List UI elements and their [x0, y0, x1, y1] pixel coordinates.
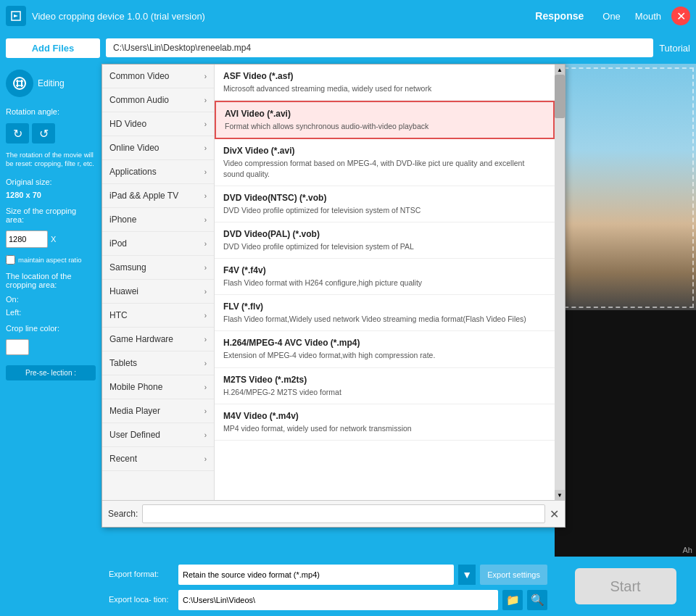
category-item-recent[interactable]: Recent› [102, 447, 214, 471]
format-item-asf[interactable]: ASF Video (*.asf)Microsoft advanced stre… [215, 64, 555, 101]
category-item-tablets[interactable]: Tablets› [102, 351, 214, 375]
crop-size-row: X [6, 230, 96, 248]
maintain-aspect-label: maintain aspect ratio [18, 256, 82, 264]
start-button-area: Start [555, 557, 696, 616]
export-location-row: Export loca- tion: 📁 🔍 [109, 590, 547, 610]
x-separator: X [51, 235, 56, 244]
category-item-applications[interactable]: Applications› [102, 160, 214, 184]
category-item-common-video[interactable]: Common Video› [102, 64, 214, 88]
category-item-ipod[interactable]: iPod› [102, 232, 214, 256]
search-folder-button[interactable]: 🔍 [527, 590, 547, 610]
format-item-divx[interactable]: DivX Video (*.avi)Video compression form… [215, 139, 555, 186]
rotate-right-button[interactable]: ↻ [6, 123, 29, 143]
overlay-search-bar: Search: ✕ [102, 500, 565, 527]
category-item-huawei[interactable]: Huawei› [102, 280, 214, 304]
format-item-dvd-ntsc[interactable]: DVD Video(NTSC) (*.vob)DVD Video profile… [215, 186, 555, 222]
right-side: Ah Start [555, 64, 696, 616]
svg-point-0 [14, 78, 25, 89]
preset-button[interactable]: Pre-se- lection : [6, 365, 96, 380]
crop-size-label: Size of the cropping area: [6, 207, 96, 224]
scroll-down-arrow[interactable]: ▼ [555, 490, 565, 500]
on-label: On: [6, 295, 96, 304]
app-title: Video cropping device 1.0.0 (trial versi… [32, 11, 205, 22]
rotation-buttons: ↻ ↺ [6, 123, 96, 143]
original-size-label: Original size: [6, 178, 96, 186]
left-panel: Editing Rotation angle: ↻ ↺ The rotation… [0, 64, 102, 616]
category-item-mobile-phone[interactable]: Mobile Phone› [102, 375, 214, 399]
export-format-label: Export format: [109, 570, 174, 579]
export-location-input[interactable] [178, 590, 498, 610]
category-item-hd-video[interactable]: HD Video› [102, 112, 214, 136]
preview-top-image [555, 64, 696, 310]
scroll-up-arrow[interactable]: ▲ [555, 64, 565, 75]
search-label: Search: [108, 509, 138, 519]
rotation-notice: The rotation of the movie will be reset:… [6, 151, 96, 169]
file-path-input[interactable] [106, 38, 653, 57]
format-overlay-inner: Common Video›Common Audio›HD Video›Onlin… [102, 64, 565, 500]
export-settings-button[interactable]: Export settings [480, 565, 547, 585]
editing-header: Editing [6, 70, 96, 97]
start-button[interactable]: Start [575, 568, 676, 604]
format-items-area: ASF Video (*.asf)Microsoft advanced stre… [215, 64, 555, 500]
format-item-m4v[interactable]: M4V Video (*.m4v)MP4 video format, widel… [215, 404, 555, 441]
toolbar: Add Files Tutorial [0, 32, 696, 64]
original-size-value: 1280 x 70 [6, 191, 96, 199]
search-close-button[interactable]: ✕ [550, 507, 559, 521]
category-item-common-audio[interactable]: Common Audio› [102, 88, 214, 112]
crop-width-input[interactable] [6, 230, 48, 248]
format-category-list: Common Video›Common Audio›HD Video›Onlin… [102, 64, 215, 500]
format-scrollbar[interactable]: ▲ ▼ [555, 64, 565, 500]
one-button[interactable]: One [598, 9, 625, 23]
app-logo [6, 6, 26, 26]
preview-bottom-image [555, 310, 696, 557]
export-format-dropdown[interactable]: ▼ [458, 565, 476, 585]
export-format-row: Export format: ▼ Export settings [109, 565, 547, 585]
category-item-ipad-apple-tv[interactable]: iPad && Apple TV› [102, 184, 214, 208]
maintain-aspect-row: maintain aspect ratio [6, 255, 96, 265]
mouth-button[interactable]: Mouth [631, 9, 666, 23]
category-item-iphone[interactable]: iPhone› [102, 208, 214, 232]
format-overlay: Common Video›Common Audio›HD Video›Onlin… [102, 64, 566, 528]
category-item-htc[interactable]: HTC› [102, 304, 214, 328]
location-label: The location of the cropping area: [6, 272, 96, 289]
title-bar-right: Response One Mouth ✕ [535, 7, 690, 25]
folder-button[interactable]: 📁 [502, 590, 523, 610]
title-bar: Video cropping device 1.0.0 (trial versi… [0, 0, 696, 32]
close-button[interactable]: ✕ [671, 7, 690, 25]
crop-dashed-border [557, 67, 694, 308]
rotation-label: Rotation angle: [6, 107, 96, 116]
rotate-left-button[interactable]: ↺ [32, 123, 55, 143]
add-files-button[interactable]: Add Files [6, 38, 100, 58]
editing-label: Editing [38, 78, 65, 88]
category-item-samsung[interactable]: Samsung› [102, 256, 214, 280]
category-item-user-defined[interactable]: User Defined› [102, 423, 214, 447]
export-format-input[interactable] [178, 565, 454, 585]
category-item-media-player[interactable]: Media Player› [102, 399, 214, 423]
maintain-aspect-checkbox[interactable] [6, 255, 15, 265]
preview-container: Ah [555, 64, 696, 557]
title-bar-left: Video cropping device 1.0.0 (trial versi… [6, 6, 205, 26]
ah-label: Ah [683, 546, 692, 554]
category-item-online-video[interactable]: Online Video› [102, 136, 214, 160]
search-input[interactable] [142, 504, 545, 523]
response-label: Response [535, 10, 584, 22]
color-swatch[interactable] [6, 339, 29, 355]
category-item-game-hardware[interactable]: Game Hardware› [102, 328, 214, 351]
main-layout: Editing Rotation angle: ↻ ↺ The rotation… [0, 64, 696, 616]
tutorial-button[interactable]: Tutorial [659, 43, 690, 54]
scroll-track [555, 75, 565, 490]
format-item-dvd-pal[interactable]: DVD Video(PAL) (*.vob)DVD Video profile … [215, 222, 555, 259]
format-item-h264[interactable]: H.264/MPEG-4 AVC Video (*.mp4)Extension … [215, 331, 555, 367]
scroll-thumb[interactable] [555, 75, 565, 118]
editing-icon [6, 70, 33, 97]
format-item-m2ts[interactable]: M2TS Video (*.m2ts)H.264/MPEG-2 M2TS vid… [215, 368, 555, 404]
left-label: Left: [6, 308, 96, 317]
crop-color-label: Crop line color: [6, 324, 96, 333]
format-item-flv[interactable]: FLV (*.flv)Flash Video format,Widely use… [215, 295, 555, 331]
export-location-label: Export loca- tion: [109, 595, 174, 604]
format-item-f4v[interactable]: F4V (*.f4v)Flash Video format with H264 … [215, 259, 555, 295]
format-item-avi[interactable]: AVI Video (*.avi)Format which allows syn… [215, 101, 555, 139]
bottom-controls: Export format: ▼ Export settings Export … [102, 559, 555, 616]
